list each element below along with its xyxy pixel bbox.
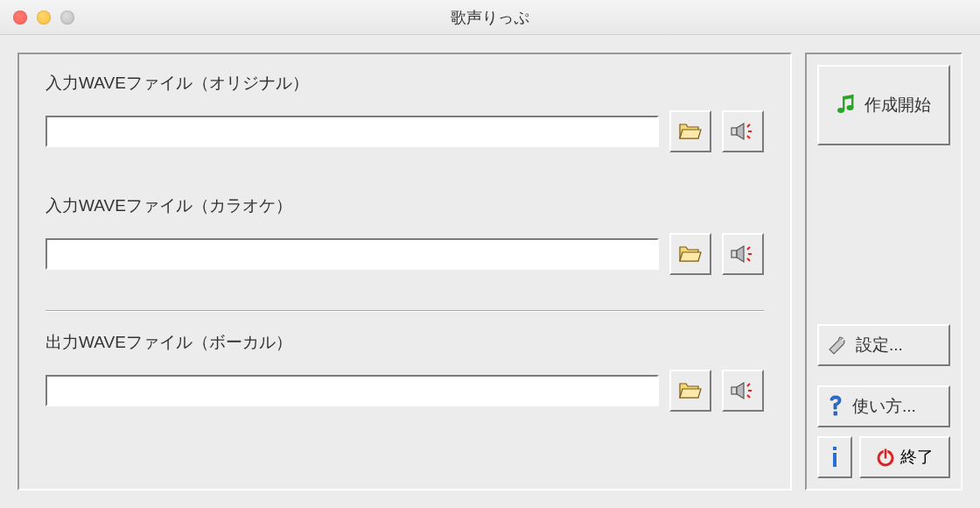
input-original-label: 入力WAVEファイル（オリジナル） (46, 72, 764, 95)
info-button[interactable] (817, 436, 852, 478)
input-original-play-button[interactable] (722, 110, 764, 152)
output-vocal-field[interactable] (46, 375, 659, 406)
start-button-label: 作成開始 (864, 94, 931, 116)
svg-marker-17 (737, 383, 744, 399)
gap (46, 161, 764, 194)
bottom-row: 終了 (817, 436, 950, 478)
exit-button[interactable]: 終了 (859, 436, 950, 478)
settings-button[interactable]: 設定... (817, 324, 950, 366)
info-icon (830, 446, 839, 469)
svg-marker-3 (737, 123, 744, 139)
speaker-icon (731, 244, 755, 264)
traffic-lights (0, 11, 74, 25)
svg-line-13 (747, 258, 750, 261)
start-button[interactable]: 作成開始 (817, 65, 950, 145)
minimize-window-button[interactable] (37, 11, 51, 25)
settings-button-label: 設定... (856, 334, 903, 356)
svg-line-6 (747, 136, 750, 138)
power-icon (876, 448, 895, 467)
window-title: 歌声りっぷ (0, 7, 980, 28)
svg-point-24 (847, 105, 854, 110)
wrench-icon (828, 335, 847, 355)
maximize-window-button (60, 11, 74, 25)
svg-point-23 (837, 108, 844, 113)
output-vocal-label: 出力WAVEファイル（ボーカル） (46, 331, 764, 354)
output-vocal-play-button[interactable] (722, 370, 764, 412)
svg-rect-27 (833, 453, 836, 467)
titlebar: 歌声りっぷ (0, 0, 980, 35)
svg-line-18 (747, 384, 750, 386)
svg-line-20 (747, 395, 750, 398)
svg-rect-2 (732, 128, 737, 135)
input-karaoke-field[interactable] (46, 238, 659, 270)
folder-open-icon (679, 245, 702, 263)
output-vocal-browse-button[interactable] (669, 370, 711, 412)
svg-rect-26 (833, 447, 836, 450)
svg-rect-29 (884, 448, 887, 459)
input-original-row (46, 110, 764, 152)
svg-marker-15 (680, 389, 701, 398)
svg-line-11 (747, 247, 750, 250)
help-button[interactable]: 使い方... (817, 385, 950, 427)
right-panel: 作成開始 設定... 使い方... (805, 53, 962, 490)
output-vocal-section: 出力WAVEファイル（ボーカル） (46, 331, 764, 412)
svg-rect-9 (732, 250, 737, 258)
main-panel: 入力WAVEファイル（オリジナル） (18, 53, 792, 490)
input-original-browse-button[interactable] (669, 110, 711, 152)
question-icon (828, 395, 844, 418)
input-karaoke-label: 入力WAVEファイル（カラオケ） (46, 194, 764, 217)
spacer (817, 145, 950, 324)
svg-marker-8 (680, 252, 701, 261)
input-original-field[interactable] (46, 116, 659, 147)
input-original-section: 入力WAVEファイル（オリジナル） (46, 72, 764, 152)
svg-rect-16 (732, 387, 737, 394)
svg-marker-1 (680, 130, 701, 138)
input-karaoke-section: 入力WAVEファイル（カラオケ） (46, 194, 764, 275)
output-vocal-row (46, 370, 764, 412)
input-karaoke-play-button[interactable] (722, 233, 764, 275)
svg-line-4 (747, 124, 750, 127)
speaker-icon (731, 122, 755, 141)
music-note-icon (836, 94, 856, 116)
help-button-label: 使い方... (852, 395, 916, 418)
svg-rect-25 (834, 412, 837, 415)
input-karaoke-row (46, 233, 764, 275)
content-area: 入力WAVEファイル（オリジナル） (0, 35, 980, 508)
svg-marker-10 (737, 246, 744, 262)
input-karaoke-browse-button[interactable] (669, 233, 711, 275)
exit-button-label: 終了 (900, 446, 934, 469)
folder-open-icon (679, 123, 702, 140)
close-window-button[interactable] (13, 11, 27, 25)
folder-open-icon (679, 382, 702, 399)
speaker-icon (731, 381, 755, 400)
divider (46, 310, 764, 312)
gap (817, 366, 950, 385)
